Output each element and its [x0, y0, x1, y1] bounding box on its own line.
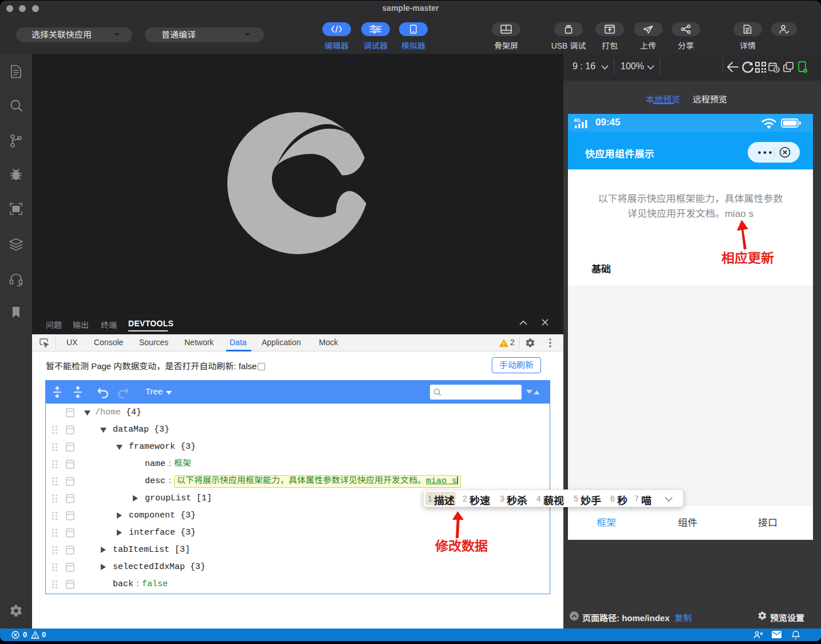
svg-text:4G: 4G	[574, 117, 581, 123]
